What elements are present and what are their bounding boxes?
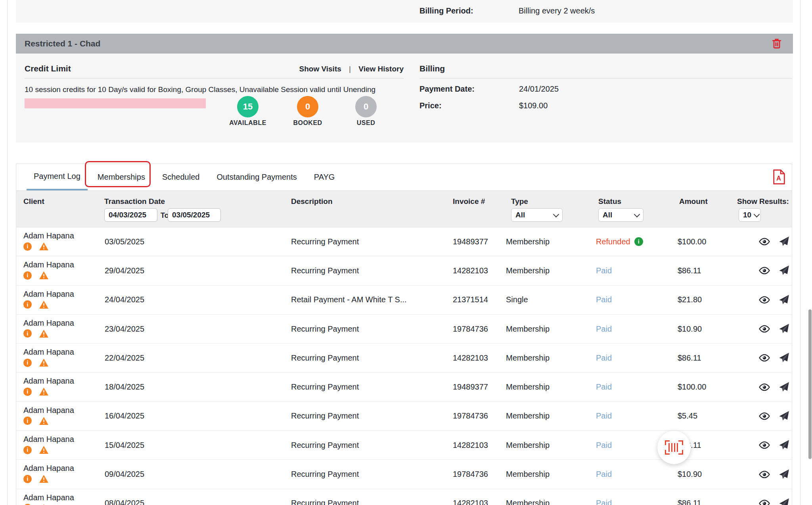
send-invoice-button[interactable] <box>778 265 790 277</box>
send-invoice-button[interactable] <box>778 294 790 306</box>
plan-title: Restricted 1 - Chad <box>25 39 100 48</box>
info-icon[interactable]: i <box>23 359 32 367</box>
table-row: Adam Hapana i 23/04/2025 Recurring Payme… <box>16 315 792 344</box>
send-invoice-button[interactable] <box>778 381 790 393</box>
send-invoice-button[interactable] <box>778 410 790 422</box>
invoice-cell: 14282103 <box>453 344 488 372</box>
row-actions <box>758 402 790 430</box>
eye-icon <box>758 265 770 277</box>
tab-memberships[interactable]: Memberships <box>90 164 152 190</box>
description-cell: Recurring Payment <box>291 373 359 401</box>
row-actions <box>758 489 790 505</box>
view-payment-button[interactable] <box>758 323 770 335</box>
status-filter-value: All <box>603 211 612 219</box>
view-payment-button[interactable] <box>758 352 770 364</box>
view-payment-button[interactable] <box>758 381 770 393</box>
type-column-header: Type <box>511 197 528 206</box>
type-cell: Membership <box>506 373 550 401</box>
paper-plane-icon <box>778 323 789 334</box>
send-invoice-button[interactable] <box>778 469 790 480</box>
info-icon[interactable]: i <box>23 271 32 280</box>
type-cell: Membership <box>506 315 550 343</box>
amount-cell: $86.11 <box>678 256 701 285</box>
client-cell: Adam Hapana i <box>23 231 74 251</box>
payment-date-label: Payment Date: <box>419 84 475 94</box>
barcode-scan-button[interactable] <box>657 431 691 464</box>
warning-icon[interactable] <box>39 358 49 367</box>
info-icon[interactable]: i <box>23 475 32 483</box>
tab-payg[interactable]: PAYG <box>307 164 342 190</box>
warning-icon[interactable] <box>39 300 49 309</box>
eye-icon <box>758 352 770 364</box>
date-to-input[interactable] <box>168 208 221 222</box>
tab-scheduled[interactable]: Scheduled <box>155 164 207 190</box>
paper-plane-icon <box>778 497 789 505</box>
send-invoice-button[interactable] <box>778 323 790 335</box>
tab-outstanding-payments[interactable]: Outstanding Payments <box>209 164 304 190</box>
warning-icon[interactable] <box>39 271 49 280</box>
status-badge: Paid <box>596 295 612 304</box>
credit-limit-title: Credit Limit <box>25 64 71 73</box>
vertical-scrollbar-thumb[interactable] <box>808 309 812 459</box>
view-payment-button[interactable] <box>758 265 770 277</box>
billing-divider <box>419 78 792 79</box>
view-history-link[interactable]: View History <box>358 65 404 73</box>
view-payment-button[interactable] <box>758 497 770 505</box>
tab-payment-log[interactable]: Payment Log <box>27 164 88 190</box>
send-invoice-button[interactable] <box>778 497 790 505</box>
view-payment-button[interactable] <box>758 410 770 422</box>
credit-limit-divider <box>25 78 404 79</box>
booked-count: 0 <box>297 96 318 117</box>
export-pdf-button[interactable]: A <box>773 169 785 185</box>
delete-plan-button[interactable] <box>772 38 782 49</box>
warning-icon[interactable] <box>39 417 49 425</box>
links-separator: | <box>349 65 351 73</box>
invoice-cell: 14282103 <box>453 489 488 505</box>
type-filter-value: All <box>515 211 525 219</box>
client-name: Adam Hapana <box>23 464 74 472</box>
info-icon[interactable]: i <box>23 242 32 251</box>
warning-icon[interactable] <box>39 329 49 338</box>
view-payment-button[interactable] <box>758 294 770 306</box>
status-filter-select[interactable]: All <box>598 208 643 222</box>
table-row: Adam Hapana i 03/05/2025 Recurring Payme… <box>16 227 792 256</box>
warning-icon[interactable] <box>39 242 49 251</box>
view-payment-button[interactable] <box>758 469 770 480</box>
show-results-select[interactable]: 10 <box>739 208 761 222</box>
table-row: Adam Hapana i 22/04/2025 Recurring Payme… <box>16 344 792 373</box>
send-invoice-button[interactable] <box>778 236 790 248</box>
transaction-date-cell: 24/04/2025 <box>105 286 144 314</box>
info-icon[interactable]: i <box>23 300 32 309</box>
row-actions <box>758 315 790 343</box>
info-icon[interactable]: i <box>23 446 32 454</box>
info-icon[interactable]: i <box>23 417 32 425</box>
status-cell: Paid i <box>596 344 612 372</box>
view-payment-button[interactable] <box>758 439 770 451</box>
tab-bar: Payment Log Memberships Scheduled Outsta… <box>16 164 792 191</box>
send-invoice-button[interactable] <box>778 439 790 451</box>
invoice-cell: 19784736 <box>453 315 488 343</box>
warning-icon[interactable] <box>39 474 49 483</box>
page-left-border <box>7 0 8 505</box>
warning-icon[interactable] <box>39 445 49 454</box>
status-cell: Paid i <box>596 460 612 488</box>
amount-cell: $21.80 <box>678 286 702 314</box>
send-invoice-button[interactable] <box>778 352 790 364</box>
eye-icon <box>758 381 770 393</box>
row-actions <box>758 460 790 488</box>
chevron-down-icon <box>553 211 559 217</box>
info-icon[interactable]: i <box>23 329 32 338</box>
view-payment-button[interactable] <box>758 236 770 248</box>
invoice-cell: 14282103 <box>453 431 488 459</box>
warning-icon[interactable] <box>39 387 49 396</box>
status-cell: Paid i <box>596 402 612 430</box>
type-filter-select[interactable]: All <box>511 208 563 222</box>
refund-info-icon[interactable]: i <box>634 237 643 246</box>
show-visits-link[interactable]: Show Visits <box>299 65 341 73</box>
info-icon[interactable]: i <box>23 388 32 396</box>
date-from-input[interactable] <box>104 208 157 222</box>
client-cell: Adam Hapana i <box>23 464 74 483</box>
status-badge: Paid <box>596 266 612 275</box>
amount-cell: $100.00 <box>678 227 706 256</box>
status-cell: Paid i <box>596 256 612 285</box>
